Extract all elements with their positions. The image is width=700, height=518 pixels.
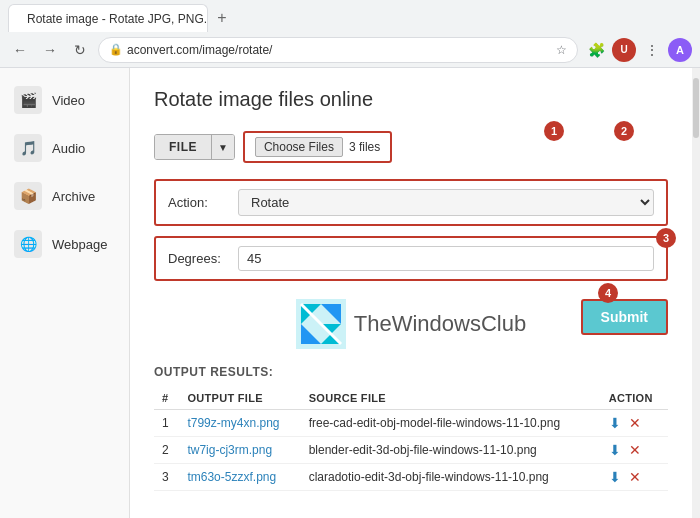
- page-title: Rotate image files online: [154, 88, 668, 111]
- new-tab-button[interactable]: +: [208, 4, 236, 32]
- table-row: 1 t799z-my4xn.png free-cad-edit-obj-mode…: [154, 410, 668, 437]
- output-file-link[interactable]: tw7ig-cj3rm.png: [187, 443, 272, 457]
- row-output-file[interactable]: tw7ig-cj3rm.png: [179, 437, 300, 464]
- output-file-link[interactable]: tm63o-5zzxf.png: [187, 470, 276, 484]
- choose-files-box: Choose Files 3 files: [243, 131, 392, 163]
- sidebar-item-video-label: Video: [52, 93, 85, 108]
- row-source-file: free-cad-edit-obj-model-file-windows-11-…: [301, 410, 601, 437]
- back-button[interactable]: ←: [8, 38, 32, 62]
- output-label: OUTPUT RESULTS:: [154, 365, 668, 379]
- row-source-file: blender-edit-3d-obj-file-windows-11-10.p…: [301, 437, 601, 464]
- col-num: #: [154, 387, 179, 410]
- settings-icon[interactable]: ⋮: [640, 38, 664, 62]
- lock-icon: 🔒: [109, 43, 123, 56]
- ublock-icon[interactable]: U: [612, 38, 636, 62]
- row-num: 2: [154, 437, 179, 464]
- row-actions: ⬇ ✕: [601, 464, 668, 491]
- row-num: 1: [154, 410, 179, 437]
- file-btn-main[interactable]: FILE: [155, 135, 211, 159]
- active-tab[interactable]: Rotate image - Rotate JPG, PNG... ✕: [8, 4, 208, 32]
- sidebar-item-webpage[interactable]: 🌐 Webpage: [0, 220, 129, 268]
- sidebar-item-archive-label: Archive: [52, 189, 95, 204]
- delete-icon[interactable]: ✕: [629, 442, 641, 458]
- files-count: 3 files: [349, 140, 380, 154]
- table-row: 3 tm63o-5zzxf.png claradotio-edit-3d-obj…: [154, 464, 668, 491]
- row-source-file: claradotio-edit-3d-obj-file-windows-11-1…: [301, 464, 601, 491]
- scrollbar-thumb: [693, 78, 699, 138]
- refresh-button[interactable]: ↻: [68, 38, 92, 62]
- audio-icon: 🎵: [14, 134, 42, 162]
- delete-icon[interactable]: ✕: [629, 415, 641, 431]
- file-btn-group: FILE ▼: [154, 134, 235, 160]
- action-icons: ⬇ ✕: [609, 469, 660, 485]
- col-output: OUTPUT FILE: [179, 387, 300, 410]
- col-source: SOURCE FILE: [301, 387, 601, 410]
- tab-title: Rotate image - Rotate JPG, PNG...: [27, 12, 208, 26]
- file-btn-arrow[interactable]: ▼: [211, 135, 234, 159]
- main-layout: 🎬 Video 🎵 Audio 📦 Archive 🌐 Webpage Rota…: [0, 68, 700, 518]
- download-icon[interactable]: ⬇: [609, 442, 621, 458]
- action-row: Action: Rotate: [154, 179, 668, 226]
- badge-1: 1: [544, 121, 564, 141]
- row-output-file[interactable]: t799z-my4xn.png: [179, 410, 300, 437]
- table-header-row: # OUTPUT FILE SOURCE FILE ACTION: [154, 387, 668, 410]
- action-icons: ⬇ ✕: [609, 415, 660, 431]
- degrees-input[interactable]: [238, 246, 654, 271]
- badge-2: 2: [614, 121, 634, 141]
- row-actions: ⬇ ✕: [601, 410, 668, 437]
- content-area: Rotate image files online FILE ▼ Choose …: [130, 68, 692, 518]
- tab-bar: Rotate image - Rotate JPG, PNG... ✕ +: [0, 0, 700, 32]
- url-text: aconvert.com/image/rotate/: [127, 43, 552, 57]
- sidebar-item-audio-label: Audio: [52, 141, 85, 156]
- delete-icon[interactable]: ✕: [629, 469, 641, 485]
- download-icon[interactable]: ⬇: [609, 415, 621, 431]
- url-box[interactable]: 🔒 aconvert.com/image/rotate/ ☆: [98, 37, 578, 63]
- sidebar-item-archive[interactable]: 📦 Archive: [0, 172, 129, 220]
- toolbar-icons: 🧩 U ⋮ A: [584, 38, 692, 62]
- sidebar-item-video[interactable]: 🎬 Video: [0, 76, 129, 124]
- watermark-area: TheWindowsClub Submit 4: [154, 291, 668, 365]
- sidebar-item-audio[interactable]: 🎵 Audio: [0, 124, 129, 172]
- forward-button[interactable]: →: [38, 38, 62, 62]
- webpage-icon: 🌐: [14, 230, 42, 258]
- profile-icon[interactable]: A: [668, 38, 692, 62]
- archive-icon: 📦: [14, 182, 42, 210]
- output-section: OUTPUT RESULTS: # OUTPUT FILE SOURCE FIL…: [154, 365, 668, 491]
- row-output-file[interactable]: tm63o-5zzxf.png: [179, 464, 300, 491]
- results-table: # OUTPUT FILE SOURCE FILE ACTION 1 t799z…: [154, 387, 668, 491]
- sidebar: 🎬 Video 🎵 Audio 📦 Archive 🌐 Webpage: [0, 68, 130, 518]
- address-bar: ← → ↻ 🔒 aconvert.com/image/rotate/ ☆ 🧩 U…: [0, 32, 700, 68]
- row-num: 3: [154, 464, 179, 491]
- degrees-label: Degrees:: [168, 251, 238, 266]
- action-label: Action:: [168, 195, 238, 210]
- choose-files-button[interactable]: Choose Files: [255, 137, 343, 157]
- star-icon: ☆: [556, 43, 567, 57]
- watermark-text: TheWindowsClub: [354, 311, 526, 337]
- download-icon[interactable]: ⬇: [609, 469, 621, 485]
- submit-button[interactable]: Submit: [581, 299, 668, 335]
- extensions-icon[interactable]: 🧩: [584, 38, 608, 62]
- action-icons: ⬇ ✕: [609, 442, 660, 458]
- badge-4: 4: [598, 283, 618, 303]
- col-action: ACTION: [601, 387, 668, 410]
- row-actions: ⬇ ✕: [601, 437, 668, 464]
- output-file-link[interactable]: t799z-my4xn.png: [187, 416, 279, 430]
- scrollbar[interactable]: [692, 68, 700, 518]
- badge-3: 3: [656, 228, 676, 248]
- table-row: 2 tw7ig-cj3rm.png blender-edit-3d-obj-fi…: [154, 437, 668, 464]
- sidebar-item-webpage-label: Webpage: [52, 237, 107, 252]
- degrees-row: Degrees: 3: [154, 236, 668, 281]
- watermark-logo: [296, 299, 346, 349]
- action-select[interactable]: Rotate: [238, 189, 654, 216]
- file-row: FILE ▼ Choose Files 3 files 1 2: [154, 131, 668, 163]
- video-icon: 🎬: [14, 86, 42, 114]
